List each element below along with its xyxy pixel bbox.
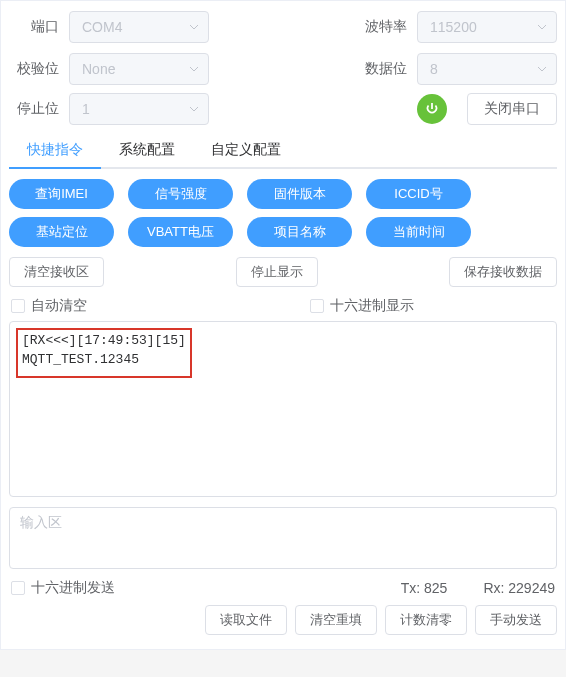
quick-commands: 查询IMEI 信号强度 固件版本 ICCID号 基站定位 VBATT电压 项目名…	[9, 179, 557, 247]
port-value: COM4	[82, 19, 122, 35]
parity-value: None	[82, 61, 115, 77]
input-placeholder: 输入区	[20, 514, 62, 530]
save-rx-button[interactable]: 保存接收数据	[449, 257, 557, 287]
tx-input[interactable]: 输入区	[9, 507, 557, 569]
stopbits-label: 停止位	[9, 100, 69, 118]
chevron-down-icon	[536, 63, 548, 75]
close-port-button[interactable]: 关闭串口	[467, 93, 557, 125]
auto-clear-label: 自动清空	[31, 297, 87, 315]
io-stats: Tx: 825 Rx: 229249	[401, 580, 555, 596]
databits-select[interactable]: 8	[417, 53, 557, 85]
databits-label: 数据位	[357, 60, 417, 78]
serial-panel: 端口 COM4 波特率 115200 校验位 None 数据位 8 停止位 1	[0, 0, 566, 650]
stopbits-select[interactable]: 1	[69, 93, 209, 125]
power-icon	[425, 102, 439, 116]
chevron-down-icon	[188, 103, 200, 115]
port-select[interactable]: COM4	[69, 11, 209, 43]
cmd-proj[interactable]: 项目名称	[247, 217, 352, 247]
baud-label: 波特率	[357, 18, 417, 36]
rx-options: 自动清空 十六进制显示	[9, 297, 557, 315]
tab-system[interactable]: 系统配置	[101, 133, 193, 169]
cmd-time[interactable]: 当前时间	[366, 217, 471, 247]
hex-display-label: 十六进制显示	[330, 297, 414, 315]
rx-output[interactable]: [RX<<<][17:49:53][15] MQTT_TEST.12345	[9, 321, 557, 497]
chevron-down-icon	[188, 63, 200, 75]
tx-options: 十六进制发送 Tx: 825 Rx: 229249	[9, 579, 557, 605]
bottom-buttons: 读取文件 清空重填 计数清零 手动发送	[9, 605, 557, 635]
cmd-vbatt[interactable]: VBATT电压	[128, 217, 233, 247]
checkbox-icon	[11, 299, 25, 313]
output-line: MQTT_TEST.12345	[22, 351, 186, 370]
baud-select[interactable]: 115200	[417, 11, 557, 43]
cmd-iccid[interactable]: ICCID号	[366, 179, 471, 209]
cmd-imei[interactable]: 查询IMEI	[9, 179, 114, 209]
parity-label: 校验位	[9, 60, 69, 78]
tab-quick[interactable]: 快捷指令	[9, 133, 101, 169]
chevron-down-icon	[536, 21, 548, 33]
cmd-lbs[interactable]: 基站定位	[9, 217, 114, 247]
output-line: [RX<<<][17:49:53][15]	[22, 332, 186, 351]
baud-value: 115200	[430, 19, 477, 35]
hex-send-label: 十六进制发送	[31, 579, 115, 597]
read-file-button[interactable]: 读取文件	[205, 605, 287, 635]
parity-select[interactable]: None	[69, 53, 209, 85]
tabs: 快捷指令 系统配置 自定义配置	[9, 133, 557, 169]
stopbits-row: 停止位 1 关闭串口	[9, 93, 557, 125]
stop-display-button[interactable]: 停止显示	[236, 257, 318, 287]
power-button[interactable]	[417, 94, 447, 124]
cmd-signal[interactable]: 信号强度	[128, 179, 233, 209]
auto-clear-check[interactable]: 自动清空	[11, 297, 310, 315]
port-label: 端口	[9, 18, 69, 36]
rx-stat: Rx: 229249	[483, 580, 555, 596]
checkbox-icon	[310, 299, 324, 313]
manual-send-button[interactable]: 手动发送	[475, 605, 557, 635]
annotation-box: [RX<<<][17:49:53][15] MQTT_TEST.12345	[16, 328, 192, 378]
tab-custom[interactable]: 自定义配置	[193, 133, 299, 169]
checkbox-icon	[11, 581, 25, 595]
rx-actions: 清空接收区 停止显示 保存接收数据	[9, 257, 557, 287]
config-grid: 端口 COM4 波特率 115200 校验位 None 数据位 8	[9, 11, 557, 85]
stopbits-value: 1	[82, 101, 90, 117]
databits-value: 8	[430, 61, 438, 77]
cmd-fw[interactable]: 固件版本	[247, 179, 352, 209]
chevron-down-icon	[188, 21, 200, 33]
tx-stat: Tx: 825	[401, 580, 448, 596]
hex-display-check[interactable]: 十六进制显示	[310, 297, 414, 315]
clear-rx-button[interactable]: 清空接收区	[9, 257, 104, 287]
counter-reset-button[interactable]: 计数清零	[385, 605, 467, 635]
hex-send-check[interactable]: 十六进制发送	[11, 579, 115, 597]
clear-fill-button[interactable]: 清空重填	[295, 605, 377, 635]
